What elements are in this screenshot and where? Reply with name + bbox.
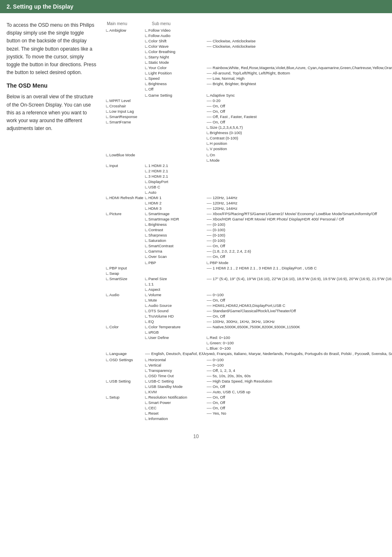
- page-header: 2. Setting up the Display: [0, 0, 392, 13]
- table-row: Static Mode: [105, 60, 392, 65]
- table-row: Mute On, Off: [105, 297, 392, 303]
- table-row: Your Color Rainbow,White, Red,Rose,Magen…: [105, 65, 392, 70]
- menu-header: Main menu Sub menu: [105, 21, 392, 26]
- table-row: USB Setting USB-C Setting High Data Spee…: [105, 378, 392, 384]
- table-row: DTS Sound Standard/Game/Classical/Rock/L…: [105, 308, 392, 313]
- left-column: To access the OSD menu on this Philips d…: [7, 21, 97, 421]
- table-row: PBP PBP Mode Off, PBP: [105, 260, 392, 265]
- table-row: Aspect: [105, 287, 392, 292]
- table-row: OSD Time Out 5s, 10s, 20s, 30s, 60s: [105, 373, 392, 378]
- header-title: 2. Setting up the Display: [7, 3, 74, 10]
- table-row: HDMI 2 120Hz, 144Hz: [105, 200, 392, 206]
- table-row: sRGB: [105, 330, 392, 335]
- page-number: 10: [0, 429, 392, 443]
- osd-menu-description: Below is an overall view of the structur…: [7, 93, 97, 132]
- table-row: CEC On, Off: [105, 405, 392, 411]
- table-row: SmartSize Panel Size 17" (5:4), 19" (5:4…: [105, 276, 392, 281]
- intro-text: To access the OSD menu on this Philips d…: [7, 21, 97, 77]
- table-row: Over Scan On, Off: [105, 254, 392, 259]
- table-row: Game Setting Adaptive Sync On, Off: [105, 93, 392, 98]
- table-row: KVM Auto, USB C, USB up: [105, 389, 392, 395]
- table-row: Transparency Off, 1, 2, 3, 4: [105, 368, 392, 373]
- table-row: Reset Yes, No: [105, 411, 392, 416]
- table-row: Input 1 HDMI 2.1: [105, 163, 392, 168]
- table-row: EQ 100Hz, 300Hz, 1KHz, 3KHz, 10KHz: [105, 319, 392, 324]
- table-row: Off: [105, 86, 392, 92]
- table-row: USB C: [105, 184, 392, 190]
- sub-menu-label: Sub menu: [152, 21, 171, 26]
- table-row: USB Standby Mode On, Off: [105, 384, 392, 389]
- table-row: SmartContrast On, Off: [105, 243, 392, 248]
- table-row: Color Shift Clockwise, Anticlockwise: [105, 38, 392, 44]
- table-row: 3 HDMI 2.1: [105, 174, 392, 179]
- table-row: Vertical 0~100: [105, 362, 392, 368]
- table-row: Color Wave Clockwise, Anticlockwise: [105, 44, 392, 49]
- table-row: Smart Power On, Off: [105, 400, 392, 405]
- table-row: Light Position All-around, Top/Left/Righ…: [105, 70, 392, 76]
- table-row: 2 HDMI 2.1: [105, 168, 392, 174]
- table-row: Gamma (1.8, 2.0, 2.2, 2.4, 2.6): [105, 248, 392, 254]
- table-row: User Define Red: 0~100: [105, 335, 392, 340]
- table-row: Contrast (0-100): [105, 227, 392, 232]
- table-row: HDMI Refresh Rate HDMI 1 120Hz, 144Hz: [105, 195, 392, 200]
- table-row: Speed Low, Normal, High: [105, 76, 392, 81]
- page-number-value: 10: [193, 434, 198, 439]
- table-row: Follow Audio: [105, 33, 392, 38]
- table-row: HDMI 3 120Hz, 144Hz: [105, 206, 392, 211]
- main-menu-label: Main menu: [107, 21, 127, 26]
- right-column: Main menu Sub menu Ambiglow Follow Video…: [105, 21, 392, 421]
- table-row: Information: [105, 416, 392, 421]
- table-row: Starry Night: [105, 54, 392, 60]
- table-row: Language English, Deutsch, Español, Ελλη…: [105, 351, 392, 357]
- table-row: Color Breathing: [105, 49, 392, 54]
- table-row: TruVolume HD On, Off: [105, 313, 392, 319]
- table-row: Saturation (0-100): [105, 238, 392, 243]
- table-row: Brightness Bright, Brighter, Brightest: [105, 81, 392, 86]
- table-row: Brightness (0-100): [105, 222, 392, 227]
- table-row: 1:1: [105, 281, 392, 287]
- osd-menu-heading: The OSD Menu: [7, 82, 97, 89]
- table-row: OSD Settings Horizontal 0~100: [105, 357, 392, 362]
- table-row: Ambiglow Follow Video: [105, 28, 392, 33]
- table-row: Auto: [105, 190, 392, 195]
- table-row: Audio Volume 0~100: [105, 292, 392, 297]
- table-row: Picture SmartImage Xbox/FPS/Racing/RTS/G…: [105, 211, 392, 216]
- table-row: Sharpness (0-100): [105, 232, 392, 238]
- table-row: SmartImage HDR Xbox/HDR Game/ HDR Movie/…: [105, 216, 392, 222]
- table-row: Color Color Temperature Native,5000K,650…: [105, 324, 392, 330]
- table-row: DisplayPort: [105, 179, 392, 184]
- table-row: Audio Source HDMI1,HDMI2,HDMI3,DisplayPo…: [105, 303, 392, 308]
- menu-table: Ambiglow Follow Video Follow Audio Color…: [105, 28, 392, 421]
- table-row: Setup Resolution Notification On, Off: [105, 395, 392, 400]
